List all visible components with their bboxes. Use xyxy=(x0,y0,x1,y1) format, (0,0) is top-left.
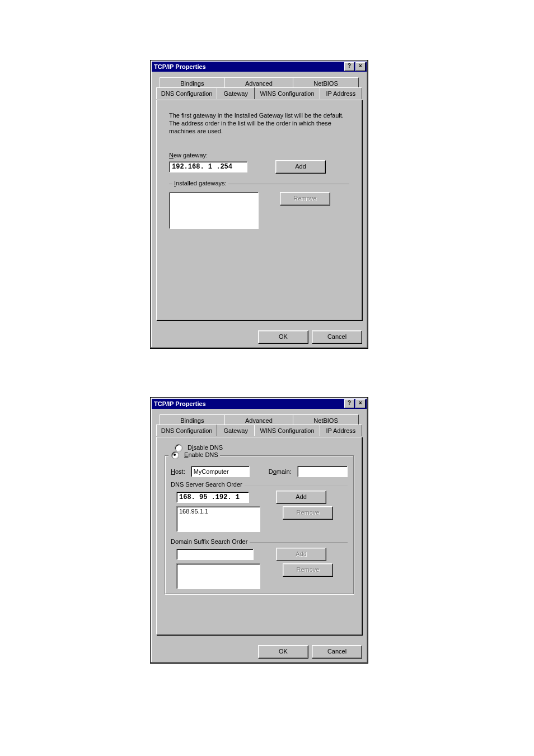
suffix-input[interactable] xyxy=(176,549,254,560)
new-gateway-label: New gateway: xyxy=(169,152,352,158)
dns-search-order-label: DNS Server Search Order xyxy=(171,481,245,488)
domain-suffix-order-label: Domain Suffix Search Order xyxy=(171,538,250,545)
dns-server-input[interactable]: 168. 95 .192. 1 xyxy=(176,492,249,503)
suffix-add-button: Add xyxy=(276,548,326,561)
gateway-tab-page: The first gateway in the Installed Gatew… xyxy=(156,100,362,320)
remove-gateway-button: Remove xyxy=(280,192,330,206)
tab-ip-address[interactable]: IP Address xyxy=(320,424,362,436)
titlebar[interactable]: TCP/IP Properties ? × xyxy=(152,399,367,409)
tab-ip-address[interactable]: IP Address xyxy=(320,87,362,99)
domain-input[interactable] xyxy=(297,466,348,477)
tab-dns-configuration[interactable]: DNS Configuration xyxy=(156,87,217,99)
cancel-button[interactable]: Cancel xyxy=(312,645,362,659)
new-gateway-input[interactable]: 192.168. 1 .254 xyxy=(169,161,247,172)
dns-server-list[interactable]: 168.95.1.1 xyxy=(176,506,260,532)
tcpip-properties-dialog-dns: TCP/IP Properties ? × Bindings Advanced … xyxy=(150,397,368,664)
disable-dns-radio[interactable] xyxy=(175,444,182,452)
dns-remove-button: Remove xyxy=(283,506,333,520)
installed-gateways-label: Installed gateways: xyxy=(172,180,228,186)
domain-label: Domain: xyxy=(269,468,292,475)
titlebar[interactable]: TCP/IP Properties ? × xyxy=(152,62,367,72)
ok-button[interactable]: OK xyxy=(258,645,308,659)
help-button[interactable]: ? xyxy=(344,62,354,71)
cancel-button[interactable]: Cancel xyxy=(312,330,362,344)
dialog-title: TCP/IP Properties xyxy=(154,63,343,70)
help-button[interactable]: ? xyxy=(344,399,354,408)
tab-wins-configuration[interactable]: WINS Configuration xyxy=(254,87,320,99)
tab-gateway[interactable]: Gateway xyxy=(217,424,255,436)
tab-wins-configuration[interactable]: WINS Configuration xyxy=(254,424,320,436)
enable-dns-group: Enable DNS xyxy=(168,451,220,459)
installed-gateways-list[interactable] xyxy=(169,192,259,229)
dns-tab-page: Disable DNS Enable DNS Host: MyComputer … xyxy=(156,437,362,635)
close-button[interactable]: × xyxy=(355,62,366,71)
tcpip-properties-dialog-gateway: TCP/IP Properties ? × Bindings Advanced … xyxy=(150,60,368,349)
tab-gateway[interactable]: Gateway xyxy=(217,87,255,99)
add-gateway-button[interactable]: Add xyxy=(275,160,326,174)
close-button[interactable]: × xyxy=(355,399,366,408)
host-label: Host: xyxy=(171,468,185,475)
suffix-remove-button: Remove xyxy=(283,563,333,577)
enable-dns-radio[interactable] xyxy=(171,451,179,459)
dialog-title: TCP/IP Properties xyxy=(154,400,343,407)
ok-button[interactable]: OK xyxy=(258,330,308,344)
dns-add-button[interactable]: Add xyxy=(276,491,326,504)
suffix-list[interactable] xyxy=(176,563,260,589)
tab-dns-configuration[interactable]: DNS Configuration xyxy=(156,424,217,436)
enable-dns-label: Enable DNS xyxy=(184,451,218,458)
list-item[interactable]: 168.95.1.1 xyxy=(179,508,257,515)
disable-dns-label: Disable DNS xyxy=(188,444,223,451)
gateway-description: The first gateway in the Installed Gatew… xyxy=(169,111,348,135)
host-input[interactable]: MyComputer xyxy=(191,466,250,477)
